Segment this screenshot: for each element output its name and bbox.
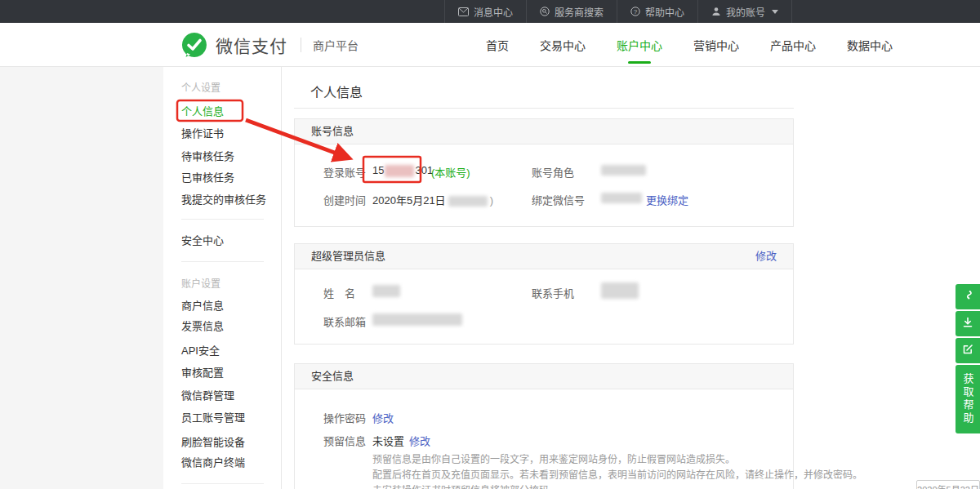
- sidebar-item-wechat-merchant-terminal[interactable]: 微信商户终端: [181, 457, 245, 469]
- admin-email-label: 联系邮箱: [323, 313, 366, 329]
- nav-tab-product-center[interactable]: 产品中心: [770, 37, 816, 53]
- get-help-label: 获取帮助: [960, 373, 976, 425]
- redacted-bound-wechat: [601, 193, 642, 203]
- nav-tab-data-center[interactable]: 数据中心: [847, 37, 893, 53]
- sidebar-item-security-center[interactable]: 安全中心: [181, 235, 224, 247]
- link-icon-button[interactable]: [956, 284, 980, 309]
- sidebar-divider: [181, 261, 264, 262]
- page-body: 个人设置 个人信息 操作证书 待审核任务 已审核任务 我提交的审核任务 安全中心…: [0, 67, 980, 489]
- login-account-value: 15301: [372, 164, 433, 177]
- reserved-info-description: 预留信息是由你自己设置的一段文字，用来鉴定网站身份，防止假冒网站造成损失。 配置…: [372, 452, 862, 489]
- brand-area: 微信支付 商户平台: [181, 32, 359, 58]
- topbar-message-center[interactable]: 消息中心: [444, 0, 526, 23]
- feedback-button[interactable]: [956, 338, 980, 363]
- security-info-section: 安全信息 操作密码 修改 预留信息 未设置 修改 预留信息是由你自己设置的一段文…: [294, 363, 794, 489]
- help-icon: ?: [630, 7, 640, 16]
- redacted-admin-name: [372, 285, 400, 297]
- nav-tab-home[interactable]: 首页: [486, 37, 509, 53]
- sidebar: 个人设置 个人信息 操作证书 待审核任务 已审核任务 我提交的审核任务 安全中心…: [163, 67, 282, 489]
- download-icon: [961, 316, 974, 332]
- nav-tab-account-center[interactable]: 账户中心: [617, 37, 662, 53]
- topbar-item-label: 服务商搜索: [555, 5, 604, 19]
- redacted-login-account-middle: [385, 165, 414, 177]
- active-tab-underline: [628, 61, 651, 64]
- account-role-label: 账号角色: [532, 164, 574, 180]
- change-binding-link[interactable]: 更换绑定: [646, 192, 688, 207]
- sidebar-item-reviewed-tasks[interactable]: 已审核任务: [181, 172, 234, 184]
- sidebar-item-personal-info[interactable]: 个人信息: [181, 106, 224, 118]
- download-button[interactable]: [956, 311, 980, 336]
- sidebar-item-operation-certificate[interactable]: 操作证书: [181, 128, 224, 140]
- sidebar-section-personal-settings: 个人设置: [181, 82, 220, 94]
- current-account-tag: (本账号): [431, 164, 470, 180]
- reserved-info-status: 未设置: [372, 433, 404, 448]
- top-utility-bar: 消息中心 服务商搜索 ? 帮助中心 我的账号: [0, 0, 980, 23]
- bound-wechat-label: 绑定微信号: [532, 192, 585, 207]
- sidebar-item-my-submitted-review-tasks[interactable]: 我提交的审核任务: [181, 194, 266, 206]
- user-icon: [711, 7, 721, 16]
- portal-name: 商户平台: [313, 37, 359, 53]
- reserved-info-modify-link[interactable]: 修改: [409, 433, 430, 448]
- sidebar-item-review-config[interactable]: 审核配置: [181, 367, 224, 379]
- page-title: 个人信息: [310, 82, 363, 101]
- admin-info-section: 超级管理员信息 修改 姓 名 联系手机 联系邮箱: [294, 243, 794, 345]
- sidebar-item-api-security[interactable]: API安全: [181, 345, 220, 357]
- topbar-my-account[interactable]: 我的账号: [697, 0, 792, 23]
- nav-tab-transaction-center[interactable]: 交易中心: [540, 37, 586, 53]
- description-line: 配置后将在首页及充值页面显示。若未看到预留信息，表明当前访问的网站存在风险，请终…: [372, 468, 862, 483]
- op-password-label: 操作密码: [323, 410, 366, 425]
- brand-separator: [301, 38, 301, 52]
- redacted-created-time: [448, 196, 488, 207]
- redacted-admin-email: [372, 313, 462, 326]
- caret-down-icon: [772, 10, 778, 14]
- date-tooltip: 2020年5月22日: [916, 480, 980, 489]
- search-icon: [540, 7, 550, 16]
- sidebar-item-pending-review-tasks[interactable]: 待审核任务: [181, 151, 234, 162]
- description-line: 未安装操作证书时预留信息将被部分掩码。: [372, 483, 862, 489]
- login-account-prefix: 15: [372, 164, 384, 176]
- account-info-section: 账号信息 登录账号 15301 (本账号) 账号角色 创建时间 2020年5月2…: [294, 118, 794, 227]
- topbar-item-label: 消息中心: [474, 5, 513, 19]
- admin-name-label: 姓 名: [323, 285, 355, 300]
- login-account-label: 登录账号: [323, 164, 366, 180]
- sidebar-item-staff-account-management[interactable]: 员工账号管理: [181, 412, 245, 424]
- sidebar-item-invoice-info[interactable]: 发票信息: [181, 321, 224, 332]
- created-time-tail: ): [490, 194, 493, 207]
- op-password-modify-link[interactable]: 修改: [372, 410, 394, 425]
- sidebar-section-account-settings: 账户设置: [181, 278, 220, 290]
- created-time-text: 2020年5月21日: [372, 194, 446, 207]
- topbar-sp-search[interactable]: 服务商搜索: [526, 0, 617, 23]
- sidebar-item-face-smart-device[interactable]: 刷脸智能设备: [181, 437, 245, 448]
- admin-info-header: 超级管理员信息 修改: [295, 244, 793, 269]
- site-header: 微信支付 商户平台 首页 交易中心 账户中心 营销中心 产品中心 数据中心: [0, 23, 980, 67]
- admin-modify-link[interactable]: 修改: [755, 244, 777, 269]
- section-title: 账号信息: [311, 119, 354, 144]
- redacted-admin-phone: [601, 282, 639, 299]
- topbar-help-center[interactable]: ? 帮助中心: [617, 0, 697, 23]
- redacted-account-role: [601, 165, 646, 176]
- security-info-header: 安全信息: [295, 364, 793, 389]
- nav-tab-marketing-center[interactable]: 营销中心: [693, 37, 739, 53]
- get-help-button[interactable]: 获取帮助: [956, 365, 980, 433]
- description-line: 预留信息是由你自己设置的一段文字，用来鉴定网站身份，防止假冒网站造成损失。: [372, 452, 862, 468]
- left-gutter: [0, 67, 163, 489]
- account-info-header: 账号信息: [295, 119, 793, 144]
- mail-icon: [458, 7, 469, 16]
- reserved-info-label: 预留信息: [323, 433, 366, 448]
- brand-name: 微信支付: [216, 33, 287, 57]
- wechat-pay-logo-icon: [181, 32, 207, 58]
- edit-icon: [961, 343, 974, 359]
- sidebar-item-merchant-info[interactable]: 商户信息: [181, 300, 224, 312]
- floating-toolbar: 获取帮助: [956, 284, 980, 435]
- svg-text:?: ?: [634, 8, 638, 16]
- title-divider: [294, 108, 794, 109]
- nav-tab-label: 账户中心: [617, 39, 662, 52]
- topbar-item-label: 我的账号: [726, 5, 765, 19]
- sidebar-divider: [181, 483, 264, 484]
- sidebar-item-wechat-group-management[interactable]: 微信群管理: [181, 390, 234, 402]
- sidebar-divider: [181, 219, 264, 220]
- main-nav: 首页 交易中心 账户中心 营销中心 产品中心 数据中心: [486, 23, 893, 67]
- section-title: 超级管理员信息: [311, 244, 385, 269]
- section-title: 安全信息: [311, 364, 354, 389]
- created-time-label: 创建时间: [323, 192, 366, 207]
